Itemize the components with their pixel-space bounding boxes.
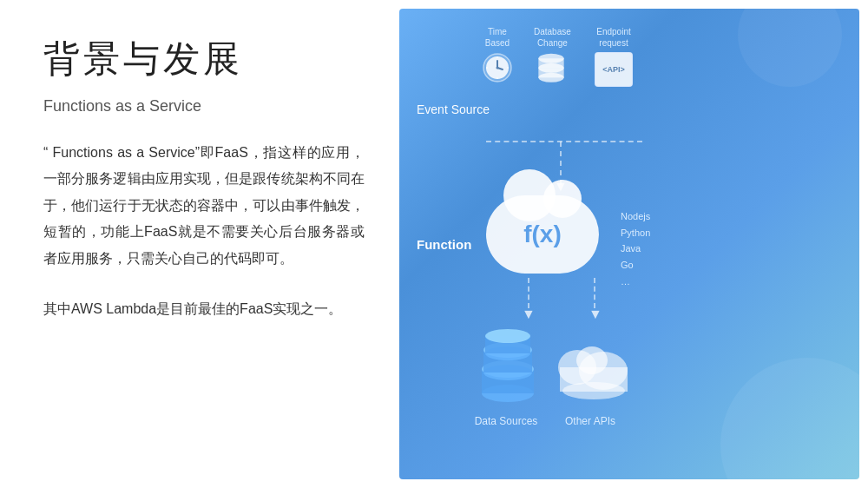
aws-note: 其中AWS Lambda是目前最佳的FaaS实现之一。 [43,296,365,322]
other-apis-label: Other APIs [556,415,625,427]
main-title: 背景与发展 [43,35,365,83]
database-icon [534,52,569,90]
v-connector-left [528,278,529,308]
diagram: Event Source TimeBased DatabaseCha [399,9,859,479]
svg-point-13 [538,73,563,82]
cloud-shape: f(x) [486,195,599,274]
clock-icon [482,52,513,83]
time-based-group: TimeBased [482,26,513,87]
api-label: <API> [602,65,625,74]
v-connector-right [594,278,595,308]
left-panel: 背景与发展 Functions as a Service “ Functions… [0,0,399,488]
db-change-group: DatabaseChange [534,26,571,94]
other-apis-cloud-svg [556,334,634,399]
cloud-function: f(x) [486,195,599,274]
event-source-label: Event Source [417,102,490,116]
lang-list: Nodejs Python Java Go … [621,208,650,289]
endpoint-group: Endpointrequest <API> [595,26,633,87]
db-change-label: DatabaseChange [534,26,571,49]
function-label: Function [417,237,471,252]
lang-more: … [621,274,650,290]
svg-point-4 [496,67,499,69]
lang-nodejs: Nodejs [621,208,650,225]
fx-label: f(x) [523,221,562,248]
right-panel: Event Source TimeBased DatabaseCha [399,9,859,479]
datasources-db-svg [473,317,542,404]
subtitle: Functions as a Service [43,97,365,115]
lang-python: Python [621,225,650,241]
time-based-label: TimeBased [482,26,513,49]
lang-go: Go [621,257,650,274]
h-connector [486,141,642,142]
other-apis-cloud [556,334,634,403]
lang-java: Java [621,241,650,257]
api-box: <API> [595,52,633,87]
datasources-icon [473,317,542,407]
endpoint-label: Endpointrequest [595,26,633,49]
svg-point-27 [562,382,625,399]
arrow-right: ▼ [589,307,602,322]
datasources-label: Data Sources [471,415,541,427]
description: “ Functions as a Service”即FaaS，指这样的应用，一部… [43,140,365,272]
svg-point-22 [485,329,530,343]
